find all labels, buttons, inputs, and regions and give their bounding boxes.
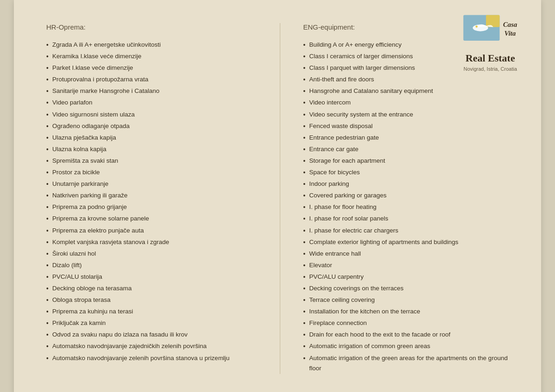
left-list-item: Obloga stropa terasa (46, 294, 257, 306)
right-list-item: Hansgrohe and Catalano sanitary equipmen… (303, 86, 514, 97)
right-list-item: Storage for each apartment (303, 155, 514, 167)
right-list-item: I. phase for floor heating (303, 202, 514, 213)
logo-area: Casa Vita Real Estate Novigrad, Istria, … (462, 14, 518, 72)
column-divider (280, 23, 280, 374)
left-list-item: Prostor za bicikle (46, 167, 257, 178)
right-column: ENG-equipment: Building A or A+ energy e… (303, 23, 514, 374)
left-list-item: Široki ulazni hol (46, 248, 257, 260)
right-list-item: Video intercom (303, 97, 514, 109)
left-list-item: Priprema za kuhinju na terasi (46, 306, 257, 318)
left-list-item: Zgrada A ili A+ energetske učinkovitosti (46, 39, 257, 51)
right-list-item: Elevator (303, 260, 514, 271)
right-list-item: Drain for each hood to the exit to the f… (303, 329, 514, 341)
right-list-item: Space for bicycles (303, 167, 514, 178)
left-list-item: Priprema za elektro punjače auta (46, 225, 257, 237)
left-list-item: Ograđeno odlaganje otpada (46, 121, 257, 132)
left-list-item: Unutarnje parkiranje (46, 178, 257, 190)
left-list-item: Odvod za svaku napu do izlaza na fasadu … (46, 329, 257, 341)
right-list-item: Automatic irrigation of the green areas … (303, 353, 514, 374)
left-list-item: Spremišta za svaki stan (46, 155, 257, 167)
right-list-item: Fireplace connection (303, 318, 514, 329)
left-list-item: Priprema za krovne solarne panele (46, 213, 257, 225)
left-list-item: Video parlafon (46, 97, 257, 109)
left-list-item: Sanitarije marke Hansgrohe i Catalano (46, 86, 257, 97)
left-list-item: Parket I.klase veće dimenzije (46, 62, 257, 74)
right-list-item: Installation for the kitchen on the terr… (303, 306, 514, 318)
left-list-item: Video sigurnosni sistem ulaza (46, 109, 257, 121)
left-list-item: Priključak za kamin (46, 318, 257, 329)
right-list-item: I. phase for roof solar panels (303, 213, 514, 225)
right-list-item: PVC/ALU carpentry (303, 271, 514, 283)
svg-text:Vita: Vita (504, 30, 516, 37)
left-list-item: Komplet vanjska rasvjeta stanova i zgrad… (46, 237, 257, 248)
logo-subtitle: Novigrad, Istria, Croatia (463, 66, 517, 72)
left-list-item: Natkriven parking ili garaže (46, 190, 257, 202)
right-list-item: Video security system at the entrance (303, 109, 514, 121)
left-column-title: HR-Oprema: (46, 23, 257, 31)
right-item-list: Building A or A+ energy efficiencyClass … (303, 39, 514, 374)
right-list-item: I. phase for electric car chargers (303, 225, 514, 237)
right-list-item: Automatic irrigation of common green are… (303, 341, 514, 352)
left-list-item: PVC/ALU stolarija (46, 271, 257, 283)
left-list-item: Decking obloge na terasama (46, 283, 257, 294)
logo-graphic: Casa Vita (462, 14, 518, 53)
left-list-item: Ulazna pješačka kapija (46, 132, 257, 144)
svg-text:Casa: Casa (503, 21, 518, 28)
right-list-item: Complate exterior lighting of apartments… (303, 237, 514, 248)
right-list-item: Terrace ceiling covering (303, 294, 514, 306)
right-list-item: Wide entrance hall (303, 248, 514, 260)
right-list-item: Indoor parking (303, 178, 514, 190)
right-list-item: Fenced waste disposal (303, 121, 514, 132)
content-columns: HR-Oprema: Zgrada A ili A+ energetske uč… (46, 23, 513, 374)
left-column: HR-Oprema: Zgrada A ili A+ energetske uč… (46, 23, 257, 374)
right-list-item: Anti-theft and fire doors (303, 74, 514, 86)
right-list-item: Decking coverings on the terraces (303, 283, 514, 294)
right-list-item: Entrance pedestrian gate (303, 132, 514, 144)
main-page: Casa Vita Real Estate Novigrad, Istria, … (14, 0, 541, 392)
svg-point-3 (475, 25, 478, 28)
left-list-item: Protuprovalna i protupožarna vrata (46, 74, 257, 86)
left-list-item: Dizalo (lift) (46, 260, 257, 271)
left-list-item: Automatsko navodnjavanje zajedničkih zel… (46, 341, 257, 352)
left-list-item: Ulazna kolna kapija (46, 144, 257, 155)
left-item-list: Zgrada A ili A+ energetske učinkovitosti… (46, 39, 257, 364)
svg-rect-1 (486, 15, 500, 27)
left-list-item: Priprema za podno grijanje (46, 202, 257, 213)
left-list-item: Automatsko navodnjavanje zelenih površin… (46, 353, 257, 364)
logo-brand: Real Estate (466, 53, 515, 64)
left-list-item: Keramika I.klase veće dimenzije (46, 51, 257, 62)
right-list-item: Entrance car gate (303, 144, 514, 155)
right-list-item: Covered parking or garages (303, 190, 514, 202)
